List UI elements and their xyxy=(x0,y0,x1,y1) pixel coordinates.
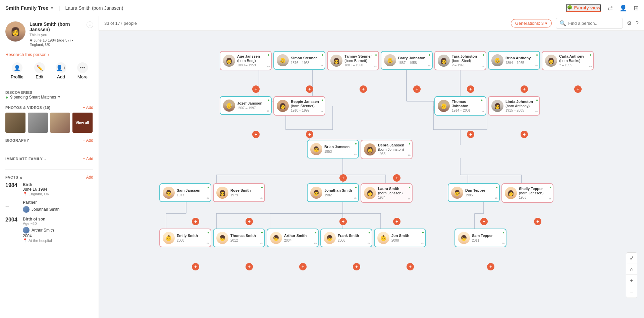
edit-pencil[interactable]: ✏ xyxy=(482,65,484,68)
edit-pencil[interactable]: ✏ xyxy=(368,242,370,245)
profile-button[interactable]: 👤 xyxy=(620,4,627,12)
share-button[interactable]: ⇄ xyxy=(608,4,613,12)
card-frank-smith[interactable]: 👦 Frank Smith 2006 ● ✏ xyxy=(320,229,372,247)
card-debra-janssen[interactable]: 👩 Debra Janssen(born Johnston) 1955 ● ✏ xyxy=(361,140,413,159)
edit-pencil[interactable]: ✏ xyxy=(207,242,209,245)
card-shelly-tepper[interactable]: 👩 Shelly Tepper(born Janssen) 1986 ● ✏ xyxy=(501,183,553,203)
edit-pencil[interactable]: ✏ xyxy=(408,153,411,157)
card-carla-anthony[interactable]: 👩 Carla Anthony(born Banks) ? – 1955 ● ✏ xyxy=(542,51,594,70)
card-brian-anthony[interactable]: 👴 Brian Anthony 1894 – 1965 ● ✏ xyxy=(488,51,540,70)
card-linda-johnston[interactable]: 👩 Linda Johnston(born Anthony) 1915 – 20… xyxy=(488,96,540,116)
card-tara-johnston[interactable]: 👩 Tara Johnston(born Steel) ? – 1961 ● ✏ xyxy=(434,51,486,70)
edit-pencil[interactable]: ✏ xyxy=(267,109,270,113)
card-beppie-janssen[interactable]: 👩 Beppie Janssen(born Stenner) 1910 – 19… xyxy=(273,96,325,116)
add-btn-linda-below[interactable]: + xyxy=(521,131,528,138)
add-btn-frank-below[interactable]: + xyxy=(353,263,360,270)
grid-button[interactable]: ⊞ xyxy=(634,4,639,12)
add-btn-brian-j-below[interactable]: + xyxy=(339,174,347,182)
photo-thumb-2[interactable] xyxy=(28,113,48,133)
edit-pencil[interactable]: ✏ xyxy=(260,242,263,245)
zoom-in-button[interactable]: + xyxy=(626,275,637,286)
edit-pencil[interactable]: ✏ xyxy=(321,64,323,68)
add-btn-shelly-below[interactable]: + xyxy=(534,218,541,225)
photo-thumb-1[interactable] xyxy=(5,113,25,133)
card-thomas-johnston[interactable]: 👴 Thomas Johnston 1914 – 2001 ● ! ✏ xyxy=(434,96,486,116)
card-barry-johnston[interactable]: 👴 Barry Johnston 1887 – 1958 ● ✏ xyxy=(381,51,433,70)
card-tammy-stenner[interactable]: 👩 Tammy Stenner(born Barnett) 1881 – 196… xyxy=(327,51,379,70)
add-btn-debra-below[interactable]: + xyxy=(393,174,400,182)
add-btn-thomas-j-below[interactable]: + xyxy=(467,131,474,138)
add-btn-dan-below[interactable]: + xyxy=(480,218,488,225)
son-name[interactable]: Arthur Smith xyxy=(32,228,54,233)
add-btn-sam-j-below[interactable]: + xyxy=(192,218,199,225)
card-jonathan-smith[interactable]: 👨 Jonathan Smith 1982 ● ✏ xyxy=(307,183,359,202)
profile-action-button[interactable]: 👤 Profile xyxy=(11,62,23,79)
add-btn-brian-a-below[interactable]: + xyxy=(521,85,528,93)
find-person-input[interactable] xyxy=(568,21,619,26)
edit-pencil[interactable]: ✏ xyxy=(421,242,424,245)
add-btn-jonathan-below[interactable]: + xyxy=(339,218,347,225)
add-btn-beppie-below[interactable]: + xyxy=(306,131,313,138)
family-view-button[interactable]: 🌳 Family view xyxy=(566,4,601,12)
photo-thumb-4[interactable]: View all xyxy=(72,113,93,133)
edit-pencil[interactable]: ✏ xyxy=(535,64,538,68)
card-sam-tepper[interactable]: 👦 Sam Tepper 2011 ● ✏ xyxy=(454,229,506,247)
partner-name[interactable]: Jonathan Smith xyxy=(32,207,59,212)
edit-pencil[interactable]: ✏ xyxy=(535,110,538,114)
edit-pencil[interactable]: ✏ xyxy=(408,197,411,201)
add-action-button[interactable]: 👤+ Add xyxy=(56,62,66,79)
card-simon-stenner[interactable]: 👴 Simon Stenner 1876 – 1958 ● ✏ xyxy=(273,51,325,70)
add-btn-tara-below[interactable]: + xyxy=(467,85,474,93)
add-btn-barry-below[interactable]: + xyxy=(413,85,421,93)
card-age-janssen[interactable]: 👩 Age Janssen(born Berg) 1889 – 1959 ● ✏ xyxy=(220,51,272,70)
card-thomas-smith[interactable]: 👦 Thomas Smith 2012 ● ✏ xyxy=(213,229,265,247)
add-btn-sam-t-below[interactable]: + xyxy=(487,263,494,270)
edit-pencil[interactable]: ✏ xyxy=(428,64,431,68)
card-arthur-smith[interactable]: 👦 Arthur Smith 2004 ● ✏ xyxy=(267,229,319,247)
sidebar-collapse-button[interactable]: ‹ xyxy=(87,21,93,28)
add-btn-age-below[interactable]: + xyxy=(252,85,260,93)
card-jon-smith[interactable]: 👶 Jon Smith 2008 ● ✏ xyxy=(374,229,426,247)
immediate-family-expand-icon[interactable]: ⌄ xyxy=(44,157,47,161)
edit-pencil[interactable]: ✏ xyxy=(267,65,270,68)
card-sam-janssen[interactable]: 👨 Sam Janssen 1977 ● ✏ xyxy=(159,183,211,202)
research-link[interactable]: Research this person › xyxy=(5,52,93,57)
add-btn-jozef-below[interactable]: + xyxy=(252,131,260,138)
card-rose-smith[interactable]: 👩 Rose Smith 1979 ● ✏ xyxy=(213,183,265,202)
generations-button[interactable]: Generations: 3 ▾ xyxy=(511,19,552,27)
card-brian-janssen[interactable]: 👨 Brian Janssen 1953 ● ✏ xyxy=(307,140,359,158)
help-button[interactable]: ? xyxy=(636,20,639,26)
photo-thumb-3[interactable] xyxy=(50,113,70,133)
edit-pencil[interactable]: ✏ xyxy=(549,197,551,201)
add-btn-thomas-s-below[interactable]: + xyxy=(246,263,253,270)
edit-pencil[interactable]: ✏ xyxy=(354,196,357,200)
add-btn-simon-below[interactable]: + xyxy=(306,85,313,93)
add-btn-emily-below[interactable]: + xyxy=(192,263,199,270)
edit-pencil[interactable]: ✏ xyxy=(482,110,484,114)
more-action-button[interactable]: ••• More xyxy=(77,62,88,79)
settings-button[interactable]: ⚙ xyxy=(627,20,632,26)
edit-pencil[interactable]: ✏ xyxy=(589,65,592,68)
home-button[interactable]: ⌂ xyxy=(626,264,637,275)
card-laura-smith[interactable]: 👩 Laura Smith(born Janssen) 1984 ● ✏ xyxy=(361,183,413,203)
card-jozef-janssen[interactable]: 👴 Jozef Janssen 1907 – 1997 ● ✏ xyxy=(220,96,272,115)
add-btn-carla-below[interactable]: + xyxy=(574,85,582,93)
edit-pencil[interactable]: ✏ xyxy=(314,242,317,245)
biography-add-button[interactable]: + Add xyxy=(83,138,93,143)
add-btn-rose-below[interactable]: + xyxy=(246,218,253,225)
edit-pencil[interactable]: ✏ xyxy=(495,196,498,200)
photos-add-button[interactable]: + Add xyxy=(83,105,93,110)
add-btn-arthur-below[interactable]: + xyxy=(299,263,307,270)
immediate-family-add-button[interactable]: + Add xyxy=(83,156,93,161)
expand-button[interactable]: ⤢ xyxy=(626,253,637,263)
edit-pencil[interactable]: ✏ xyxy=(502,242,504,245)
zoom-out-button[interactable]: − xyxy=(626,287,637,298)
tree-canvas[interactable]: 👩 Age Janssen(born Berg) 1889 – 1959 ● ✏… xyxy=(99,31,644,318)
smart-match-item[interactable]: ● 9 pending Smart Matches™ xyxy=(5,94,93,100)
add-btn-laura-below[interactable]: + xyxy=(393,218,400,225)
add-btn-jon-below[interactable]: + xyxy=(407,263,414,270)
edit-pencil[interactable]: ✏ xyxy=(260,196,263,200)
edit-pencil[interactable]: ✏ xyxy=(207,196,209,200)
tree-title[interactable]: Smith Family Tree xyxy=(5,5,48,11)
add-btn-tammy-below[interactable]: + xyxy=(360,85,367,93)
